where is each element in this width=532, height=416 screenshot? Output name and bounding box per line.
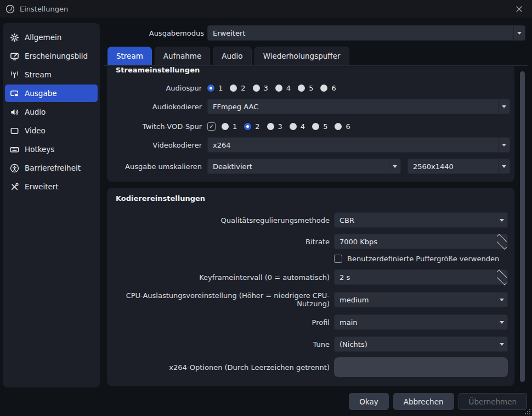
chevron-down-icon xyxy=(498,159,510,173)
radio-icon[interactable] xyxy=(253,85,260,92)
output-tabs: Stream Aufnahme Audio Wiederholungspuffe… xyxy=(107,47,349,65)
sidebar-item-erscheinungsbild[interactable]: Erscheinungsbild xyxy=(5,47,98,65)
radio-option-1[interactable]: 1 xyxy=(222,122,237,131)
audio-track-radio-group: 123456 xyxy=(207,84,343,92)
tab-aufnahme[interactable]: Aufnahme xyxy=(155,47,210,65)
sidebar-item-label: Ausgabe xyxy=(25,89,57,98)
keyframe-interval-stepper[interactable]: 2 s xyxy=(334,269,508,285)
resize-grip[interactable] xyxy=(525,409,531,415)
radio-option-3[interactable]: 3 xyxy=(267,122,282,131)
output-mode-select[interactable]: Erweitert xyxy=(207,25,525,41)
keyboard-icon xyxy=(10,145,19,154)
chevron-down-icon xyxy=(498,99,510,114)
x264-options-input[interactable] xyxy=(334,357,508,377)
profile-select[interactable]: main xyxy=(334,314,508,330)
tune-label: Tune xyxy=(116,340,330,348)
bitrate-label: Bitrate xyxy=(116,238,330,246)
radio-icon[interactable] xyxy=(267,123,274,130)
radio-option-5[interactable]: 5 xyxy=(312,122,327,131)
tab-pane-border xyxy=(104,65,528,66)
quality-method-value: CBR xyxy=(335,213,496,227)
radio-label: 4 xyxy=(301,122,305,131)
sidebar-item-stream[interactable]: Stream xyxy=(5,66,98,83)
uebernehmen-button[interactable]: Übernehmen xyxy=(459,393,528,410)
rescale-select[interactable]: Deaktiviert xyxy=(207,159,401,174)
radio-icon[interactable] xyxy=(222,123,229,130)
radio-icon[interactable] xyxy=(290,123,297,130)
settings-sidebar: Allgemein Erscheinungsbild Stream Ausgab… xyxy=(3,23,100,387)
radio-option-6[interactable]: 6 xyxy=(335,122,350,131)
radio-option-5[interactable]: 5 xyxy=(298,84,313,92)
custom-buffer-label: Benutzerdefinierte Puffergröße verwenden xyxy=(347,255,499,263)
output-icon xyxy=(10,89,19,98)
radio-icon[interactable] xyxy=(244,123,251,130)
close-icon[interactable] xyxy=(511,1,527,16)
x264-options-label: x264-Optionen (Durch Leerzeichen getrenn… xyxy=(116,363,330,372)
tab-stream[interactable]: Stream xyxy=(107,47,152,65)
radio-icon[interactable] xyxy=(298,85,305,92)
tab-wiederholungspuffer[interactable]: Wiederholungspuffer xyxy=(254,47,349,65)
chevron-down-icon xyxy=(496,337,507,351)
chevron-down-icon xyxy=(496,213,507,227)
cpu-preset-select[interactable]: medium xyxy=(334,292,508,307)
keyframe-interval-label: Keyframeintervall (0 = automatisch) xyxy=(116,273,330,282)
abbrechen-button[interactable]: Abbrechen xyxy=(393,393,454,410)
rescale-label: Ausgabe umskalieren xyxy=(116,162,202,171)
sidebar-item-video[interactable]: Video xyxy=(5,122,98,139)
keyframe-interval-value: 2 s xyxy=(335,270,496,284)
radio-option-6[interactable]: 6 xyxy=(320,84,336,92)
radio-icon[interactable] xyxy=(207,85,214,92)
radio-icon[interactable] xyxy=(320,85,327,92)
rescale-resolution-value: 2560x1440 xyxy=(408,159,498,173)
chevron-down-icon xyxy=(513,26,525,40)
cpu-preset-value: medium xyxy=(335,293,496,307)
radio-icon[interactable] xyxy=(230,85,237,92)
radio-icon[interactable] xyxy=(335,123,342,130)
audio-encoder-select[interactable]: FFmpeg AAC xyxy=(207,99,510,114)
radio-option-1[interactable]: 1 xyxy=(207,84,223,92)
radio-option-2[interactable]: 2 xyxy=(244,122,259,131)
sidebar-item-ausgabe[interactable]: Ausgabe xyxy=(5,85,98,102)
sidebar-item-label: Video xyxy=(25,126,46,135)
video-encoder-label: Videokodierer xyxy=(116,141,202,149)
radio-option-4[interactable]: 4 xyxy=(290,122,305,131)
bitrate-stepper[interactable]: 7000 Kbps xyxy=(334,234,508,249)
scrollbar-thumb[interactable] xyxy=(520,71,525,382)
radio-option-3[interactable]: 3 xyxy=(253,84,268,92)
sidebar-item-hotkeys[interactable]: Hotkeys xyxy=(5,140,98,158)
sidebar-item-label: Allgemein xyxy=(25,33,61,42)
speaker-icon xyxy=(10,108,19,117)
radio-icon[interactable] xyxy=(312,123,319,130)
radio-label: 6 xyxy=(346,122,350,131)
radio-label: 2 xyxy=(255,122,259,131)
radio-label: 3 xyxy=(264,84,268,92)
rescale-resolution-select[interactable]: 2560x1440 xyxy=(408,159,510,174)
chevron-down-icon xyxy=(496,293,507,307)
monitor-icon xyxy=(10,126,19,136)
sidebar-item-barrierefreiheit[interactable]: Barrierefreiheit xyxy=(5,159,98,177)
sidebar-item-allgemein[interactable]: Allgemein xyxy=(5,29,98,46)
radio-label: 5 xyxy=(323,122,327,131)
okay-button[interactable]: Okay xyxy=(349,393,388,410)
twitch-vod-checkbox[interactable] xyxy=(207,122,216,131)
video-encoder-value: x264 xyxy=(208,138,498,152)
sidebar-item-erweitert[interactable]: Erweitert xyxy=(5,178,98,195)
sidebar-item-label: Audio xyxy=(25,108,46,116)
sidebar-item-label: Hotkeys xyxy=(25,145,54,154)
tab-audio[interactable]: Audio xyxy=(213,47,251,65)
vertical-scrollbar[interactable] xyxy=(519,68,527,387)
radio-icon[interactable] xyxy=(275,85,282,92)
radio-option-4[interactable]: 4 xyxy=(275,84,291,92)
radio-option-2[interactable]: 2 xyxy=(230,84,245,92)
audio-encoder-label: Audiokodierer xyxy=(116,103,202,111)
tune-select[interactable]: (Nichts) xyxy=(334,336,508,352)
gear-icon xyxy=(10,33,19,42)
quality-method-select[interactable]: CBR xyxy=(334,212,508,228)
tools-icon xyxy=(10,182,19,192)
audio-encoder-value: FFmpeg AAC xyxy=(208,99,498,114)
stream-settings-group: Streameinstellungen Audiospur 123456 Aud… xyxy=(107,66,514,182)
video-encoder-select[interactable]: x264 xyxy=(207,137,510,153)
output-mode-label: Ausgabemodus xyxy=(104,29,204,37)
custom-buffer-checkbox[interactable] xyxy=(334,255,342,263)
sidebar-item-audio[interactable]: Audio xyxy=(5,103,98,121)
